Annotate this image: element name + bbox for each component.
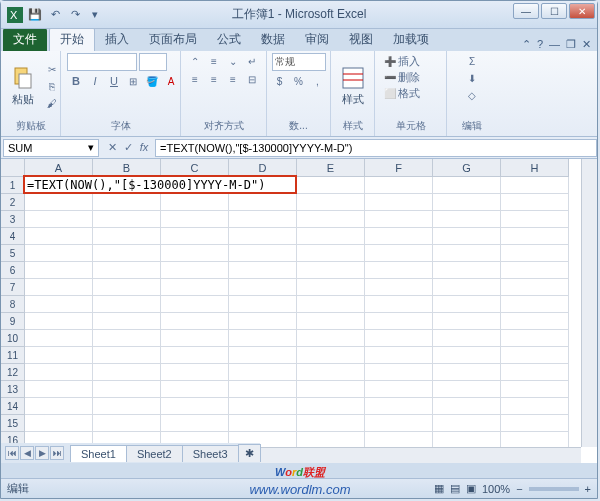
cell[interactable]: [501, 381, 569, 398]
cell[interactable]: [433, 262, 501, 279]
col-header[interactable]: A: [25, 159, 93, 177]
cell[interactable]: [501, 415, 569, 432]
cell[interactable]: [297, 347, 365, 364]
col-header[interactable]: H: [501, 159, 569, 177]
cell[interactable]: [297, 211, 365, 228]
row-header[interactable]: 2: [1, 194, 25, 211]
row-header[interactable]: 5: [1, 245, 25, 262]
cell[interactable]: [433, 330, 501, 347]
cell[interactable]: [93, 415, 161, 432]
row-header[interactable]: 8: [1, 296, 25, 313]
cell[interactable]: [229, 381, 297, 398]
row-header[interactable]: 1: [1, 177, 25, 194]
cell[interactable]: [25, 245, 93, 262]
cut-button[interactable]: ✂: [43, 61, 61, 77]
align-bottom-button[interactable]: ⌄: [224, 53, 242, 69]
styles-button[interactable]: 样式: [337, 64, 369, 109]
cell[interactable]: [433, 194, 501, 211]
cell[interactable]: [25, 262, 93, 279]
row-header[interactable]: 11: [1, 347, 25, 364]
cell[interactable]: [501, 398, 569, 415]
zoom-out-button[interactable]: −: [516, 483, 522, 495]
cell[interactable]: [501, 279, 569, 296]
align-center-button[interactable]: ≡: [205, 71, 223, 87]
cell[interactable]: [297, 313, 365, 330]
cell[interactable]: [297, 194, 365, 211]
underline-button[interactable]: U: [105, 73, 123, 89]
align-top-button[interactable]: ⌃: [186, 53, 204, 69]
cell[interactable]: [365, 177, 433, 194]
cell[interactable]: [365, 211, 433, 228]
cell[interactable]: [365, 262, 433, 279]
sheet-tab-2[interactable]: Sheet2: [126, 445, 183, 462]
view-pagebreak-icon[interactable]: ▣: [466, 482, 476, 495]
paste-button[interactable]: 粘贴: [7, 64, 39, 109]
cell[interactable]: [229, 245, 297, 262]
cell[interactable]: [93, 381, 161, 398]
chevron-down-icon[interactable]: ▾: [88, 141, 94, 154]
cell[interactable]: [229, 262, 297, 279]
row-header[interactable]: 7: [1, 279, 25, 296]
cell[interactable]: [501, 194, 569, 211]
qat-dropdown-icon[interactable]: ▾: [87, 7, 103, 23]
cell[interactable]: [93, 245, 161, 262]
enter-formula-button[interactable]: ✓: [121, 141, 135, 154]
cell[interactable]: [297, 364, 365, 381]
tab-view[interactable]: 视图: [339, 28, 383, 51]
cell[interactable]: [161, 364, 229, 381]
cell[interactable]: [161, 194, 229, 211]
cell[interactable]: [25, 398, 93, 415]
cell[interactable]: [433, 177, 501, 194]
col-header[interactable]: B: [93, 159, 161, 177]
minimize-button[interactable]: —: [513, 3, 539, 19]
cell[interactable]: [433, 347, 501, 364]
delete-cells-button[interactable]: ➖删除: [381, 69, 423, 85]
name-box[interactable]: SUM▾: [3, 139, 99, 157]
cell[interactable]: [501, 228, 569, 245]
cell[interactable]: [365, 415, 433, 432]
cell[interactable]: [229, 279, 297, 296]
cell[interactable]: [25, 415, 93, 432]
cell[interactable]: [297, 262, 365, 279]
cell[interactable]: [433, 228, 501, 245]
number-format-select[interactable]: [272, 53, 326, 71]
cell[interactable]: [25, 381, 93, 398]
new-sheet-button[interactable]: ✱: [238, 444, 261, 462]
currency-button[interactable]: $: [271, 73, 289, 89]
row-header[interactable]: 15: [1, 415, 25, 432]
cell[interactable]: [161, 228, 229, 245]
cell[interactable]: [433, 313, 501, 330]
cell[interactable]: [161, 211, 229, 228]
italic-button[interactable]: I: [86, 73, 104, 89]
copy-button[interactable]: ⎘: [43, 78, 61, 94]
wrap-text-button[interactable]: ↵: [243, 53, 261, 69]
sheet-nav-next-icon[interactable]: ▶: [35, 446, 49, 460]
fill-button[interactable]: ⬇: [463, 70, 481, 86]
cell[interactable]: [365, 330, 433, 347]
col-header[interactable]: G: [433, 159, 501, 177]
cell[interactable]: [501, 262, 569, 279]
maximize-button[interactable]: ☐: [541, 3, 567, 19]
row-header[interactable]: 10: [1, 330, 25, 347]
cell[interactable]: [161, 415, 229, 432]
cell[interactable]: [161, 262, 229, 279]
view-layout-icon[interactable]: ▤: [450, 482, 460, 495]
workbook-restore-icon[interactable]: ❐: [566, 38, 576, 51]
cell[interactable]: [229, 194, 297, 211]
cell[interactable]: [229, 347, 297, 364]
cell[interactable]: [93, 398, 161, 415]
bold-button[interactable]: B: [67, 73, 85, 89]
cell[interactable]: [297, 228, 365, 245]
cell[interactable]: [93, 279, 161, 296]
row-header[interactable]: 6: [1, 262, 25, 279]
sheet-nav-last-icon[interactable]: ⏭: [50, 446, 64, 460]
cell[interactable]: [433, 415, 501, 432]
row-header[interactable]: 4: [1, 228, 25, 245]
cell[interactable]: [161, 347, 229, 364]
cell[interactable]: [93, 194, 161, 211]
row-header[interactable]: 12: [1, 364, 25, 381]
cell[interactable]: [297, 330, 365, 347]
cell[interactable]: [297, 398, 365, 415]
cell[interactable]: [161, 245, 229, 262]
row-header[interactable]: 14: [1, 398, 25, 415]
